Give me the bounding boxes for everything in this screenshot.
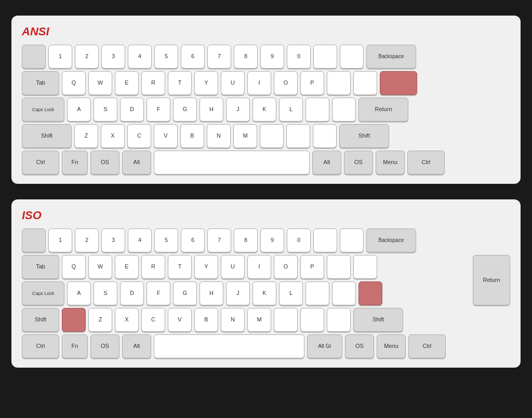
key-i[interactable]: I	[247, 71, 271, 95]
iso-key-minus[interactable]	[313, 228, 337, 252]
iso-key-tab[interactable]: Tab	[22, 255, 59, 279]
key-lbracket[interactable]	[327, 71, 351, 95]
iso-key-o[interactable]: O	[274, 255, 298, 279]
iso-key-c[interactable]: C	[141, 308, 165, 332]
key-b[interactable]: B	[180, 124, 204, 148]
key-menu[interactable]: Menu	[376, 151, 405, 174]
key-9[interactable]: 9	[260, 45, 284, 69]
iso-key-v[interactable]: V	[168, 308, 192, 332]
key-g[interactable]: G	[173, 98, 197, 122]
key-8[interactable]: 8	[234, 45, 258, 69]
iso-key-i[interactable]: I	[247, 255, 271, 279]
key-c[interactable]: C	[127, 124, 151, 148]
key-t[interactable]: T	[168, 71, 192, 95]
key-w[interactable]: W	[88, 71, 112, 95]
iso-key-ctrl-left[interactable]: Ctrl	[22, 334, 59, 358]
iso-key-quote[interactable]	[332, 281, 356, 305]
key-equals[interactable]	[340, 45, 364, 69]
iso-key-backslash[interactable]	[62, 308, 86, 332]
iso-key-y[interactable]: Y	[194, 255, 218, 279]
iso-key-t[interactable]: T	[168, 255, 192, 279]
key-comma[interactable]	[260, 124, 284, 148]
key-alt-right[interactable]: Alt	[312, 151, 341, 174]
iso-key-shift-left[interactable]: Shift	[22, 308, 59, 332]
iso-key-p[interactable]: P	[300, 255, 324, 279]
key-os-left[interactable]: OS	[90, 151, 119, 174]
iso-key-a[interactable]: A	[67, 281, 91, 305]
key-6[interactable]: 6	[181, 45, 205, 69]
iso-key-backspace[interactable]: Backspace	[366, 228, 416, 252]
iso-key-b[interactable]: B	[194, 308, 218, 332]
key-shift-right[interactable]: Shift	[339, 124, 389, 148]
key-q[interactable]: Q	[62, 71, 86, 95]
iso-key-shift-right[interactable]: Shift	[353, 308, 403, 332]
key-1[interactable]: 1	[48, 45, 72, 69]
key-space[interactable]	[154, 151, 310, 174]
iso-key-menu[interactable]: Menu	[377, 334, 406, 358]
key-h[interactable]: H	[200, 98, 223, 122]
iso-key-lbracket[interactable]	[327, 255, 351, 279]
iso-key-u[interactable]: U	[221, 255, 245, 279]
key-p[interactable]: P	[300, 71, 324, 95]
iso-key-space[interactable]	[154, 334, 304, 358]
iso-key-j[interactable]: J	[226, 281, 250, 305]
key-backspace[interactable]: Backspace	[366, 45, 416, 69]
key-2[interactable]: 2	[75, 45, 99, 69]
key-s[interactable]: S	[94, 98, 117, 122]
iso-key-m[interactable]: M	[247, 308, 271, 332]
iso-key-h[interactable]: H	[200, 281, 223, 305]
key-3[interactable]: 3	[101, 45, 125, 69]
key-z[interactable]: Z	[74, 124, 98, 148]
key-tilde[interactable]	[22, 45, 46, 69]
key-0[interactable]: 0	[287, 45, 311, 69]
iso-key-n[interactable]: N	[221, 308, 245, 332]
iso-key-comma[interactable]	[274, 308, 298, 332]
iso-key-s[interactable]: S	[94, 281, 117, 305]
iso-key-equals[interactable]	[340, 228, 364, 252]
key-k[interactable]: K	[252, 98, 276, 122]
iso-key-x[interactable]: X	[115, 308, 139, 332]
key-5[interactable]: 5	[154, 45, 178, 69]
iso-key-altgr[interactable]: Alt Gr	[307, 334, 342, 358]
key-f[interactable]: F	[147, 98, 170, 122]
iso-key-g[interactable]: G	[173, 281, 197, 305]
iso-key-1[interactable]: 1	[48, 228, 72, 252]
key-minus[interactable]	[313, 45, 337, 69]
key-d[interactable]: D	[120, 98, 144, 122]
key-a[interactable]: A	[67, 98, 91, 122]
key-quote[interactable]	[332, 98, 356, 122]
iso-key-period[interactable]	[300, 308, 324, 332]
iso-key-slash[interactable]	[327, 308, 351, 332]
key-backslash-ansi[interactable]	[380, 71, 417, 95]
key-period[interactable]	[286, 124, 310, 148]
key-l[interactable]: L	[279, 98, 303, 122]
iso-key-rbracket[interactable]	[353, 255, 377, 279]
iso-key-0[interactable]: 0	[287, 228, 311, 252]
key-7[interactable]: 7	[207, 45, 231, 69]
iso-key-hash[interactable]	[358, 281, 382, 305]
iso-key-w[interactable]: W	[88, 255, 112, 279]
key-rbracket[interactable]	[353, 71, 377, 95]
key-j[interactable]: J	[226, 98, 250, 122]
iso-key-q[interactable]: Q	[62, 255, 86, 279]
iso-key-9[interactable]: 9	[260, 228, 284, 252]
iso-key-4[interactable]: 4	[128, 228, 152, 252]
key-return[interactable]: Return	[358, 98, 408, 122]
iso-key-tilde[interactable]	[22, 228, 46, 252]
iso-key-3[interactable]: 3	[101, 228, 125, 252]
iso-key-os-left[interactable]: OS	[90, 334, 119, 358]
key-4[interactable]: 4	[128, 45, 152, 69]
iso-key-e[interactable]: E	[115, 255, 139, 279]
key-x[interactable]: X	[101, 124, 125, 148]
iso-key-d[interactable]: D	[120, 281, 144, 305]
iso-key-z[interactable]: Z	[88, 308, 112, 332]
iso-key-2[interactable]: 2	[75, 228, 99, 252]
iso-key-l[interactable]: L	[279, 281, 303, 305]
iso-key-6[interactable]: 6	[181, 228, 205, 252]
iso-key-k[interactable]: K	[252, 281, 276, 305]
iso-key-ctrl-right[interactable]: Ctrl	[408, 334, 446, 358]
iso-key-7[interactable]: 7	[207, 228, 231, 252]
key-capslock[interactable]: Caps Lock	[22, 98, 64, 122]
key-shift-left[interactable]: Shift	[22, 124, 72, 148]
iso-key-os-right[interactable]: OS	[345, 334, 374, 358]
